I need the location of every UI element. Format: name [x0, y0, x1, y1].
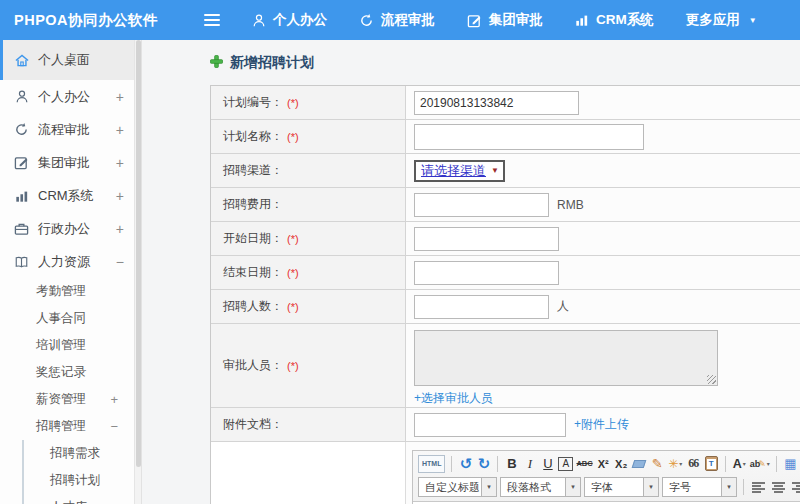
sidebar-item-recruit-demand[interactable]: 招聘需求 — [24, 440, 134, 467]
underline-button[interactable]: U — [540, 455, 555, 473]
sidebar-item-human-resources[interactable]: 人力资源 − — [0, 245, 134, 278]
sidebar-item-admin-office[interactable]: 行政办公 + — [0, 212, 134, 245]
expand-icon[interactable]: + — [116, 155, 124, 171]
rich-text-editor: HTML ↺ ↻ B I U A ABC X² — [412, 450, 800, 504]
expand-icon[interactable]: + — [116, 89, 124, 105]
topnav-workflow-approval[interactable]: 流程审批 — [359, 11, 435, 29]
superscript-button[interactable]: X² — [596, 455, 611, 473]
hamburger-menu-icon[interactable] — [204, 14, 220, 26]
html-source-button[interactable]: HTML — [418, 455, 445, 473]
home-icon — [13, 53, 30, 68]
sidebar-item-rewards[interactable]: 奖惩记录 — [0, 359, 134, 386]
editor-toolbar-row2: 自定义标题▾ 段落格式▾ 字体▾ 字号▾ ∞ ∞ — [413, 476, 800, 501]
attachment-input[interactable] — [414, 413, 566, 437]
plan-name-input[interactable] — [414, 124, 644, 150]
paste-icon[interactable]: T — [704, 455, 719, 473]
sidebar-item-recruit-mgmt[interactable]: 招聘管理− — [0, 413, 134, 440]
expand-icon[interactable]: + — [116, 122, 124, 138]
collapse-icon[interactable]: − — [116, 254, 124, 270]
custom-heading-dropdown[interactable]: 自定义标题▾ — [418, 477, 497, 497]
sidebar-item-desktop[interactable]: 个人桌面 — [0, 40, 134, 80]
form-row-fee: 招聘费用： RMB — [211, 188, 800, 222]
fee-input[interactable] — [414, 193, 549, 217]
upload-attachment-link[interactable]: +附件上传 — [574, 417, 629, 431]
required-marker: (*) — [287, 360, 299, 372]
blockquote-button[interactable]: 66 — [686, 455, 701, 473]
highlight-color-button[interactable]: ab✎▾ — [750, 455, 770, 473]
form-row-content-editor: HTML ↺ ↻ B I U A ABC X² — [211, 442, 800, 504]
channel-select[interactable]: 请选择渠道 ▼ — [414, 160, 505, 182]
form-row-channel: 招聘渠道： 请选择渠道 ▼ — [211, 154, 800, 188]
expand-icon[interactable]: + — [116, 188, 124, 204]
field-label: 计划名称： — [223, 128, 283, 145]
scrollbar-thumb[interactable] — [136, 40, 141, 467]
recruit-submenu: 招聘需求 招聘计划 人才库 — [22, 440, 134, 504]
start-date-input[interactable] — [414, 227, 559, 251]
form-row-attachment: 附件文档： +附件上传 — [211, 408, 800, 442]
topnav-crm-system[interactable]: CRM系统 — [575, 11, 654, 29]
caret-down-icon: ▼ — [749, 16, 757, 25]
end-date-input[interactable] — [414, 261, 559, 285]
resize-handle[interactable] — [707, 375, 716, 384]
undo-icon[interactable]: ↺ — [458, 455, 473, 473]
bold-button[interactable]: B — [504, 455, 519, 473]
sidebar-item-attendance[interactable]: 考勤管理 — [0, 278, 134, 305]
auto-format-icon[interactable]: ✳▾ — [668, 455, 683, 473]
form-row-headcount: 招聘人数：(*) 人 — [211, 290, 800, 324]
format-brush-icon[interactable]: ✎ — [650, 455, 665, 473]
chart-icon — [13, 189, 30, 203]
strikethrough-button[interactable]: ABC — [576, 455, 592, 473]
sidebar-item-recruit-plan[interactable]: 招聘计划 — [24, 467, 134, 494]
expand-icon[interactable]: + — [116, 221, 124, 237]
field-label: 计划编号： — [223, 94, 283, 111]
approvers-textarea[interactable] — [414, 330, 718, 386]
paragraph-format-dropdown[interactable]: 段落格式▾ — [500, 477, 581, 497]
app-logo: PHPOA协同办公软件 — [14, 11, 158, 30]
italic-button[interactable]: I — [522, 455, 537, 473]
align-right-icon[interactable] — [792, 482, 800, 493]
sidebar-item-salary[interactable]: 薪资管理+ — [0, 386, 134, 413]
sidebar-scrollbar[interactable] — [134, 40, 141, 504]
unit-suffix: 人 — [557, 298, 569, 315]
field-label: 招聘人数： — [223, 298, 283, 315]
topnav-group-approval[interactable]: 集团审批 — [467, 11, 543, 29]
headcount-input[interactable] — [414, 295, 549, 319]
form-row-start-date: 开始日期：(*) — [211, 222, 800, 256]
select-approvers-link[interactable]: +选择审批人员 — [414, 390, 493, 407]
caret-down-icon: ▾ — [743, 460, 746, 467]
sidebar-item-workflow-approval[interactable]: 流程审批 + — [0, 113, 134, 146]
required-marker: (*) — [287, 301, 299, 313]
cycle-icon — [13, 122, 30, 137]
expand-icon[interactable]: + — [110, 392, 118, 407]
sidebar-item-group-approval[interactable]: 集团审批 + — [0, 146, 134, 179]
topnav-more-apps[interactable]: 更多应用 ▼ — [686, 11, 757, 29]
form-row-approvers: 审批人员：(*) +选择审批人员 — [211, 324, 800, 408]
caret-down-icon: ▾ — [481, 478, 496, 496]
collapse-icon[interactable]: − — [110, 419, 118, 434]
plan-number-input[interactable] — [414, 91, 579, 115]
main-content: 新增招聘计划 计划编号：(*) 计划名称：(*) 招聘渠道： 请选择渠道 — [142, 40, 800, 504]
sidebar-item-training[interactable]: 培训管理 — [0, 332, 134, 359]
eraser-icon[interactable] — [632, 455, 647, 473]
sidebar-item-crm-system[interactable]: CRM系统 + — [0, 179, 134, 212]
redo-icon[interactable]: ↻ — [476, 455, 491, 473]
font-family-dropdown[interactable]: 字体▾ — [584, 477, 659, 497]
sidebar-item-talent-pool[interactable]: 人才库 — [24, 494, 134, 504]
book-icon — [13, 255, 30, 269]
edit-icon — [13, 155, 30, 170]
font-style-button[interactable]: A — [558, 457, 573, 471]
font-color-button[interactable]: A▾ — [732, 455, 747, 473]
table-icon[interactable]: ▦ — [783, 455, 798, 473]
currency-suffix: RMB — [557, 198, 584, 212]
chart-icon — [575, 13, 589, 27]
subscript-button[interactable]: X₂ — [614, 455, 629, 473]
sidebar-item-personal-office[interactable]: 个人办公 + — [0, 80, 134, 113]
person-icon — [252, 13, 266, 28]
hr-submenu: 考勤管理 人事合同 培训管理 奖惩记录 薪资管理+ 招聘管理− 招聘需求 招聘计… — [0, 278, 134, 504]
sidebar-item-hr-contract[interactable]: 人事合同 — [0, 305, 134, 332]
align-center-icon[interactable] — [772, 482, 785, 493]
plus-icon — [210, 55, 223, 71]
align-left-icon[interactable] — [752, 482, 765, 493]
font-size-dropdown[interactable]: 字号▾ — [662, 477, 737, 497]
topnav-personal-office[interactable]: 个人办公 — [252, 11, 327, 29]
